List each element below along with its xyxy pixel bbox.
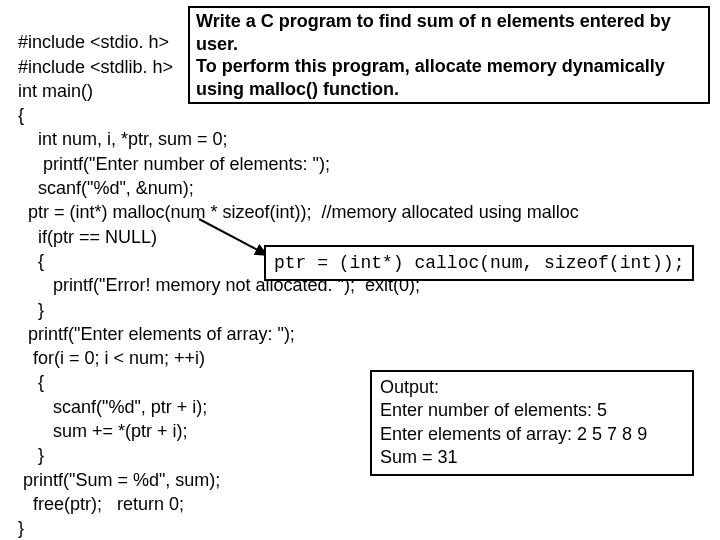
code-line: free(ptr); return 0; <box>18 494 184 514</box>
problem-statement-box: Write a C program to find sum of n eleme… <box>188 6 710 104</box>
output-line: Enter elements of array: 2 5 7 8 9 <box>380 423 684 446</box>
code-line: #include <stdio. h> <box>18 32 169 52</box>
code-line: for(i = 0; i < num; ++i) <box>18 348 205 368</box>
code-line: printf("Enter number of elements: "); <box>18 154 330 174</box>
code-line: printf("Sum = %d", sum); <box>18 470 220 490</box>
output-line: Enter number of elements: 5 <box>380 399 684 422</box>
code-line: ptr = (int*) malloc(num * sizeof(int)); … <box>18 202 579 222</box>
output-title: Output: <box>380 376 684 399</box>
prompt-line: using malloc() function. <box>196 78 702 101</box>
code-line: if(ptr == NULL) <box>18 227 157 247</box>
code-line: int main() <box>18 81 93 101</box>
output-line: Sum = 31 <box>380 446 684 469</box>
code-line: { <box>18 251 44 271</box>
code-line: } <box>18 445 44 465</box>
svg-line-0 <box>199 219 267 255</box>
prompt-line: To perform this program, allocate memory… <box>196 55 702 78</box>
slide-page: #include <stdio. h> #include <stdlib. h>… <box>0 0 720 540</box>
output-box: Output: Enter number of elements: 5 Ente… <box>370 370 694 476</box>
code-line: int num, i, *ptr, sum = 0; <box>18 129 228 149</box>
code-line: } <box>18 518 24 538</box>
calloc-callout-box: ptr = (int*) calloc(num, sizeof(int)); <box>264 245 694 281</box>
calloc-code: ptr = (int*) calloc(num, sizeof(int)); <box>274 253 684 273</box>
code-line: { <box>18 372 44 392</box>
prompt-line: Write a C program to find sum of n eleme… <box>196 10 702 55</box>
code-line: } <box>18 300 44 320</box>
code-line: { <box>18 105 24 125</box>
code-line: scanf("%d", &num); <box>18 178 194 198</box>
code-line: scanf("%d", ptr + i); <box>18 397 207 417</box>
code-line: #include <stdlib. h> <box>18 57 173 77</box>
code-line: printf("Enter elements of array: "); <box>18 324 295 344</box>
code-line: sum += *(ptr + i); <box>18 421 188 441</box>
